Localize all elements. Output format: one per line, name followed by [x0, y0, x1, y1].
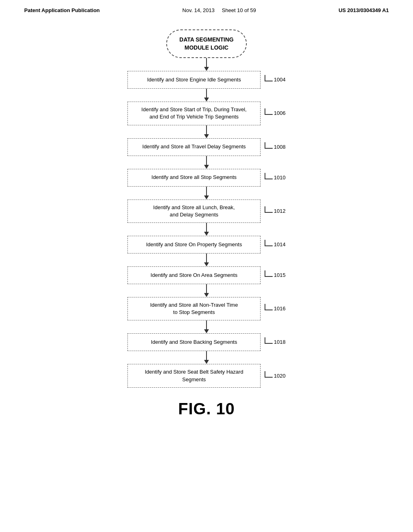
step-1018-row: Identify and Store Backing Segments1018: [127, 333, 286, 351]
arrow-head-0: [204, 67, 209, 71]
step-1008-ref: 1008: [265, 144, 286, 150]
arrow-5: [204, 223, 209, 236]
step-1014-ref: 1014: [265, 241, 286, 248]
arrow-line-9: [206, 351, 207, 360]
step-1004-box: Identify and Store Engine Idle Segments: [127, 71, 261, 89]
arrow-head-4: [204, 195, 209, 200]
arrow-head-1: [204, 98, 209, 102]
step-1015-box: Identify and Store On Area Segments: [127, 266, 261, 284]
header-right: US 2013/0304349 A1: [338, 7, 389, 13]
arrow-4: [204, 187, 209, 200]
arrow-1: [204, 89, 209, 102]
step-1020-box: Identify and Store Seat Belt Safety Haza…: [127, 364, 261, 387]
arrow-8: [204, 320, 209, 333]
arrow-line-1: [206, 89, 207, 98]
arrow-7: [204, 284, 209, 297]
header-sheet: Sheet 10 of 59: [222, 7, 256, 13]
arrow-line-0: [206, 58, 207, 67]
arrow-head-2: [204, 134, 209, 138]
arrow-3: [204, 156, 209, 169]
step-1008-row: Identify and Store all Travel Delay Segm…: [127, 138, 286, 156]
step-1008-box: Identify and Store all Travel Delay Segm…: [127, 138, 261, 156]
step-1006-row: Identify and Store Start of Trip, During…: [127, 102, 286, 125]
arrow-line-8: [206, 320, 207, 329]
arrow-head-5: [204, 232, 209, 236]
step-1010-ref: 1010: [265, 175, 286, 181]
start-node-line1: DATA SEGMENTING: [179, 36, 234, 43]
step-1015-row: Identify and Store On Area Segments1015: [127, 266, 286, 284]
arrow-line-7: [206, 284, 207, 293]
arrow-head-3: [204, 165, 209, 169]
header-date: Nov. 14, 2013: [182, 7, 215, 13]
start-node: DATA SEGMENTING MODULE LOGIC: [166, 29, 247, 58]
step-1004-row: Identify and Store Engine Idle Segments1…: [127, 71, 286, 89]
header-center: Nov. 14, 2013 Sheet 10 of 59: [182, 7, 256, 13]
arrow-line-3: [206, 156, 207, 165]
start-node-line2: MODULE LOGIC: [185, 44, 229, 51]
step-1014-row: Identify and Store On Property Segments1…: [127, 236, 286, 254]
diagram-area: DATA SEGMENTING MODULE LOGIC Identify an…: [0, 17, 413, 388]
arrow-2: [204, 125, 209, 138]
step-1016-row: Identify and Store all Non-Travel Time t…: [127, 297, 286, 320]
step-1015-ref: 1015: [265, 272, 286, 278]
step-1016-ref: 1016: [265, 305, 286, 312]
fig-label: FIG. 10: [0, 400, 413, 418]
arrow-line-2: [206, 125, 207, 134]
arrow-line-6: [206, 254, 207, 262]
step-1012-ref: 1012: [265, 208, 286, 214]
step-1020-row: Identify and Store Seat Belt Safety Haza…: [127, 364, 286, 387]
arrow-head-8: [204, 329, 209, 333]
step-1018-box: Identify and Store Backing Segments: [127, 333, 261, 351]
step-1010-box: Identify and Store all Stop Segments: [127, 169, 261, 187]
header-left: Patent Application Publication: [24, 7, 100, 13]
step-1016-box: Identify and Store all Non-Travel Time t…: [127, 297, 261, 320]
arrow-head-9: [204, 360, 209, 364]
step-1006-box: Identify and Store Start of Trip, During…: [127, 102, 261, 125]
step-1020-ref: 1020: [265, 373, 286, 379]
arrow-line-5: [206, 223, 207, 232]
step-1006-ref: 1006: [265, 110, 286, 116]
step-1014-box: Identify and Store On Property Segments: [127, 236, 261, 254]
arrow-head-6: [204, 262, 209, 266]
steps-container: Identify and Store Engine Idle Segments1…: [0, 58, 413, 388]
step-1010-row: Identify and Store all Stop Segments1010: [127, 169, 286, 187]
arrow-6: [204, 254, 209, 266]
step-1012-box: Identify and Store all Lunch, Break, and…: [127, 200, 261, 223]
arrow-0: [204, 58, 209, 71]
step-1012-row: Identify and Store all Lunch, Break, and…: [127, 200, 286, 223]
step-1018-ref: 1018: [265, 339, 286, 345]
page-header: Patent Application Publication Nov. 14, …: [0, 0, 413, 17]
arrow-9: [204, 351, 209, 364]
arrow-head-7: [204, 293, 209, 297]
step-1004-ref: 1004: [265, 77, 286, 83]
arrow-line-4: [206, 187, 207, 195]
